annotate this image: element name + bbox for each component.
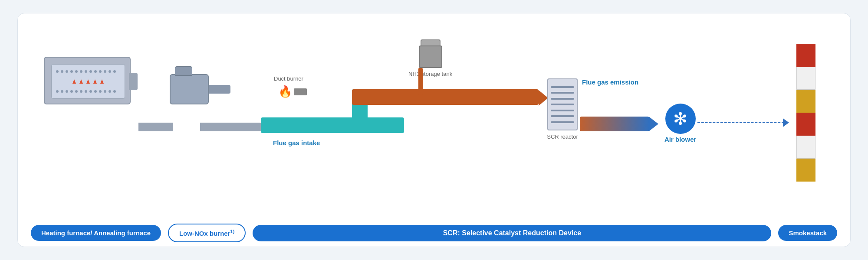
furnace-flame-icon bbox=[86, 79, 90, 84]
smokestack-red-section-2 bbox=[796, 113, 815, 136]
nh3-storage-tank-group: NH3 storage tank bbox=[408, 39, 452, 77]
furnace-dots-row-1 bbox=[56, 70, 120, 73]
furnace-outlet bbox=[129, 73, 138, 90]
burner-pipe bbox=[209, 85, 230, 94]
duct-burner-output-pipe bbox=[352, 89, 539, 105]
smokestack-badge: Smokestack bbox=[778, 225, 837, 241]
furnace-dot bbox=[85, 90, 87, 93]
furnace-dot bbox=[61, 90, 63, 93]
scr-line bbox=[551, 98, 574, 100]
furnace-dot bbox=[85, 70, 87, 73]
scr-reactor-label: SCR reactor bbox=[547, 133, 578, 140]
furnace-to-burner-connector bbox=[138, 123, 173, 131]
air-blower-circle: ✻ bbox=[665, 104, 696, 134]
nh3-pipe-vertical bbox=[418, 68, 423, 95]
heating-furnace-illustration bbox=[44, 57, 131, 104]
diagram-area: 🔥 Duct burner Flue gas intake NH3 storag… bbox=[31, 22, 837, 187]
furnace-dot bbox=[66, 90, 68, 93]
air-blower-label: Air blower bbox=[664, 136, 696, 143]
nh3-tank-label: NH3 storage tank bbox=[408, 71, 452, 77]
furnace-flame-icon bbox=[100, 79, 104, 84]
duct-burner-group: 🔥 Duct burner bbox=[278, 85, 307, 98]
dotted-flow-line bbox=[697, 122, 784, 123]
smokestack-white-section-2 bbox=[796, 136, 815, 159]
scr-output-pipe bbox=[580, 117, 649, 131]
scr-reactor-group: SCR reactor bbox=[547, 78, 578, 130]
furnace-flame-icon bbox=[93, 79, 97, 84]
furnace-dot bbox=[89, 90, 92, 93]
nh3-tank-body bbox=[419, 46, 442, 68]
furnace-dot bbox=[108, 70, 111, 73]
smokestack-gold-section bbox=[796, 90, 815, 113]
flue-gas-intake-pipe bbox=[261, 117, 404, 133]
fan-icon: ✻ bbox=[673, 109, 688, 129]
dotted-flow-arrowhead bbox=[783, 118, 789, 127]
furnace-dot bbox=[61, 70, 63, 73]
air-blower-group: ✻ Air blower bbox=[664, 104, 696, 143]
furnace-dot bbox=[70, 70, 73, 73]
furnace-dot bbox=[108, 90, 111, 93]
burner-top-box bbox=[175, 66, 192, 76]
furnace-dot bbox=[66, 70, 68, 73]
furnace-dot bbox=[80, 70, 82, 73]
flame-icon: 🔥 bbox=[278, 85, 292, 98]
scr-line bbox=[551, 110, 574, 111]
furnace-dot bbox=[94, 70, 97, 73]
smokestack-group bbox=[796, 44, 815, 182]
furnace-dot bbox=[113, 90, 116, 93]
furnace-dots-row-2 bbox=[56, 90, 120, 93]
flue-gas-emission-label: Flue gas emission bbox=[582, 78, 638, 86]
main-container: 🔥 Duct burner Flue gas intake NH3 storag… bbox=[17, 13, 851, 247]
furnace-dot bbox=[75, 70, 78, 73]
low-nox-burner-illustration bbox=[170, 74, 230, 104]
furnace-dot bbox=[89, 70, 92, 73]
burner-to-pipe-connector bbox=[200, 123, 262, 131]
furnace-dot bbox=[80, 90, 82, 93]
air-blower-icon: ✻ bbox=[665, 104, 696, 134]
smokestack-gold-section-2 bbox=[796, 159, 815, 182]
smokestack-red-section bbox=[796, 44, 815, 67]
furnace-flame-icon bbox=[79, 79, 83, 84]
furnace-dot bbox=[70, 90, 73, 93]
flue-gas-intake-label: Flue gas intake bbox=[273, 139, 320, 146]
furnace-flame-row bbox=[56, 79, 120, 84]
duct-burner-body bbox=[294, 88, 307, 95]
scr-line bbox=[551, 115, 574, 117]
furnace-dot bbox=[99, 70, 102, 73]
furnace-body bbox=[44, 57, 131, 104]
low-nox-burner-badge: Low-NOx burner1) bbox=[168, 224, 246, 242]
scr-line bbox=[551, 92, 574, 94]
furnace-dot bbox=[104, 70, 106, 73]
scr-device-badge-label: SCR: Selective Catalyst Reduction Device bbox=[443, 229, 581, 237]
furnace-dot bbox=[56, 90, 59, 93]
nh3-tank-illustration bbox=[419, 39, 442, 68]
scr-output-arrowhead bbox=[649, 117, 658, 131]
furnace-dot bbox=[75, 90, 78, 93]
furnace-flame-icon bbox=[72, 79, 76, 84]
furnace-dot bbox=[94, 90, 97, 93]
scr-line bbox=[551, 121, 574, 123]
scr-device-badge: SCR: Selective Catalyst Reduction Device bbox=[253, 225, 771, 241]
burner-main-body bbox=[170, 74, 209, 104]
furnace-dot bbox=[99, 90, 102, 93]
heating-furnace-badge-label: Heating furnace/ Annealing furnace bbox=[41, 229, 151, 237]
furnace-dot bbox=[56, 70, 59, 73]
furnace-dot bbox=[104, 90, 106, 93]
smokestack-illustration bbox=[796, 44, 815, 182]
scr-line bbox=[551, 104, 574, 105]
scr-reactor-body: SCR reactor bbox=[547, 78, 578, 130]
furnace-inner bbox=[51, 64, 125, 99]
heating-furnace-badge: Heating furnace/ Annealing furnace bbox=[31, 225, 161, 241]
duct-burner-icon: 🔥 bbox=[278, 85, 307, 98]
furnace-dot bbox=[113, 70, 116, 73]
bottom-labels-row: Heating furnace/ Annealing furnace Low-N… bbox=[31, 224, 837, 242]
scr-line bbox=[551, 86, 574, 88]
smokestack-badge-label: Smokestack bbox=[789, 229, 827, 237]
smokestack-white-section bbox=[796, 67, 815, 90]
orange-pipe-arrowhead bbox=[539, 90, 548, 106]
duct-burner-label: Duct burner bbox=[274, 75, 303, 82]
burner-body bbox=[170, 74, 230, 104]
low-nox-burner-superscript: 1) bbox=[230, 229, 235, 234]
low-nox-burner-badge-label: Low-NOx burner bbox=[179, 230, 230, 237]
